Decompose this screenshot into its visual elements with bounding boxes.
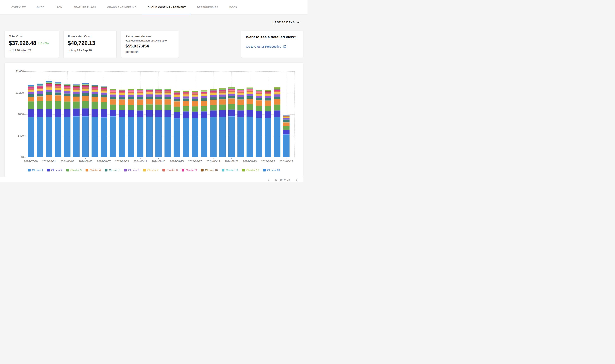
bar-segment[interactable] [165, 117, 171, 157]
bar-segment[interactable] [146, 110, 153, 117]
legend-item-cluster-4[interactable]: Cluster 4 [85, 169, 101, 172]
stacked-bar[interactable] [37, 84, 43, 157]
bar-segment[interactable] [37, 96, 43, 101]
bar-segment[interactable] [219, 93, 226, 94]
tab-docs[interactable]: DOCS [224, 0, 243, 14]
bar-segment[interactable] [55, 88, 61, 90]
bar-segment[interactable] [247, 96, 253, 98]
bar-segment[interactable] [110, 97, 116, 99]
bar-segment[interactable] [256, 98, 262, 100]
tab-chaos-engineering[interactable]: CHAOS ENGINEERING [102, 0, 142, 14]
bar-segment[interactable] [256, 96, 262, 98]
bar-segment[interactable] [73, 116, 80, 157]
stacked-bar[interactable] [119, 90, 125, 157]
bar-segment[interactable] [283, 122, 290, 126]
bar-segment[interactable] [55, 85, 61, 86]
stacked-bar[interactable] [55, 82, 61, 157]
bar-segment[interactable] [55, 117, 61, 157]
bar-segment[interactable] [64, 91, 70, 93]
bar-segment[interactable] [73, 94, 80, 96]
bar-segment[interactable] [210, 110, 217, 117]
bar-segment[interactable] [101, 93, 107, 95]
bar-segment[interactable] [146, 117, 153, 157]
bar-segment[interactable] [137, 110, 143, 117]
bar-segment[interactable] [55, 109, 61, 117]
legend-item-cluster-6[interactable]: Cluster 6 [124, 169, 139, 172]
bar-segment[interactable] [119, 97, 125, 100]
bar-segment[interactable] [73, 92, 80, 94]
bar-segment[interactable] [201, 106, 207, 111]
bar-segment[interactable] [155, 97, 162, 99]
bar-segment[interactable] [155, 94, 162, 97]
legend-item-cluster-7[interactable]: Cluster 7 [143, 169, 158, 172]
bar-segment[interactable] [92, 117, 98, 157]
bar-segment[interactable] [128, 99, 134, 105]
stacked-bar[interactable] [192, 91, 198, 157]
bar-segment[interactable] [73, 88, 80, 90]
bar-segment[interactable] [28, 92, 34, 94]
bar-segment[interactable] [274, 117, 280, 157]
bar-segment[interactable] [283, 126, 290, 130]
bar-segment[interactable] [256, 106, 262, 111]
bar-segment[interactable] [238, 105, 244, 110]
bar-segment[interactable] [256, 118, 262, 157]
bar-segment[interactable] [137, 117, 143, 157]
bar-segment[interactable] [219, 117, 226, 157]
bar-segment[interactable] [101, 117, 107, 157]
bar-segment[interactable] [73, 87, 80, 88]
bar-segment[interactable] [137, 91, 143, 93]
bar-segment[interactable] [183, 93, 189, 94]
bar-segment[interactable] [155, 91, 162, 93]
bar-segment[interactable] [110, 105, 116, 110]
bar-segment[interactable] [274, 92, 280, 94]
bar-segment[interactable] [46, 117, 52, 157]
bar-segment[interactable] [73, 97, 80, 102]
bar-segment[interactable] [73, 109, 80, 116]
stacked-bar[interactable] [283, 115, 290, 157]
bar-segment[interactable] [110, 110, 116, 117]
tab-ci-cd[interactable]: CI/CD [31, 0, 50, 14]
bar-segment[interactable] [265, 98, 271, 101]
bar-segment[interactable] [265, 101, 271, 106]
bar-segment[interactable] [146, 94, 153, 96]
tab-cloud-cost-management[interactable]: CLOUD COST MANAGEMENT [142, 0, 191, 14]
bar-segment[interactable] [183, 106, 189, 111]
bar-segment[interactable] [101, 95, 107, 97]
bar-segment[interactable] [228, 110, 235, 116]
bar-segment[interactable] [28, 89, 34, 90]
bar-segment[interactable] [228, 116, 235, 157]
bar-segment[interactable] [265, 111, 271, 118]
bar-segment[interactable] [119, 99, 125, 105]
bar-segment[interactable] [165, 91, 171, 93]
stacked-bar[interactable] [228, 87, 235, 157]
bar-segment[interactable] [274, 99, 280, 105]
bar-segment[interactable] [192, 101, 198, 106]
legend-item-cluster-8[interactable]: Cluster 8 [162, 169, 178, 172]
bar-segment[interactable] [165, 93, 171, 94]
stacked-bar[interactable] [137, 89, 143, 157]
bar-segment[interactable] [274, 94, 280, 97]
bar-segment[interactable] [256, 111, 262, 118]
bar-segment[interactable] [28, 109, 34, 117]
bar-segment[interactable] [64, 117, 70, 157]
bar-segment[interactable] [174, 94, 180, 95]
legend-item-cluster-13[interactable]: Cluster 13 [263, 169, 280, 172]
bar-segment[interactable] [192, 95, 198, 97]
bar-segment[interactable] [55, 101, 61, 109]
bar-segment[interactable] [46, 95, 52, 101]
legend-item-cluster-1[interactable]: Cluster 1 [28, 169, 43, 172]
bar-segment[interactable] [155, 93, 162, 94]
stacked-bar[interactable] [82, 83, 89, 157]
bar-segment[interactable] [210, 105, 217, 111]
bar-segment[interactable] [73, 90, 80, 92]
bar-segment[interactable] [228, 98, 235, 104]
bar-segment[interactable] [119, 105, 125, 110]
bar-segment[interactable] [192, 99, 198, 101]
bar-segment[interactable] [82, 89, 89, 91]
bar-segment[interactable] [64, 86, 70, 88]
bar-segment[interactable] [92, 92, 98, 94]
bar-segment[interactable] [82, 86, 89, 87]
bar-segment[interactable] [82, 87, 89, 89]
bar-segment[interactable] [28, 117, 34, 157]
bar-segment[interactable] [201, 111, 207, 118]
